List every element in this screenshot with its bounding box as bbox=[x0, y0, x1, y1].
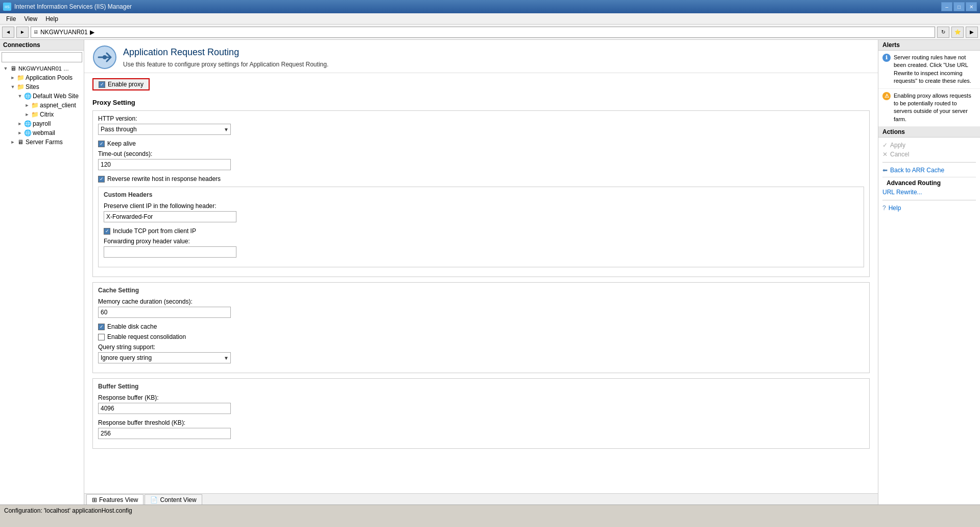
maximize-button[interactable]: □ bbox=[953, 2, 965, 11]
tree-item-payroll[interactable]: ► 🌐 payroll bbox=[0, 119, 84, 128]
content-header: Application Request Routing Use this fea… bbox=[84, 40, 878, 73]
tree-toggle-server[interactable]: ▼ bbox=[2, 65, 9, 72]
tree-label-sites: Sites bbox=[26, 83, 39, 90]
preserve-ip-input[interactable] bbox=[104, 211, 236, 222]
features-view-label: Features View bbox=[99, 496, 138, 503]
url-rewrite-action[interactable]: URL Rewrite... bbox=[882, 188, 976, 197]
timeout-input[interactable] bbox=[98, 159, 231, 170]
tree-toggle-citrix[interactable]: ► bbox=[23, 111, 31, 118]
feature-title: Application Request Routing bbox=[123, 47, 328, 58]
citrix-icon: 📁 bbox=[31, 110, 39, 119]
alert-info-text: Server routing rules have not been creat… bbox=[894, 54, 976, 85]
help-action[interactable]: ? Help bbox=[882, 203, 976, 213]
tree-toggle-aspnet[interactable]: ► bbox=[23, 102, 31, 109]
tree-toggle-apppools[interactable]: ► bbox=[9, 74, 16, 81]
enable-proxy-checkbox[interactable]: ✓ bbox=[99, 81, 105, 88]
tree-item-aspnet[interactable]: ► 📁 aspnet_client bbox=[0, 101, 84, 110]
apply-action[interactable]: ✓ Apply bbox=[882, 141, 976, 150]
memory-duration-input[interactable] bbox=[98, 307, 231, 318]
custom-headers-section: Custom Headers Preserve client IP in the… bbox=[98, 187, 864, 267]
enable-request-consolidation-checkbox[interactable] bbox=[98, 334, 105, 340]
cancel-action[interactable]: ✕ Cancel bbox=[882, 150, 976, 159]
tree-item-citrix[interactable]: ► 📁 Citrix bbox=[0, 110, 84, 119]
address-field: 🖥 NKGWYUANR01 ▶ bbox=[31, 27, 935, 38]
address-bar: ◄ ► 🖥 NKGWYUANR01 ▶ ↻ ⭐ ▶ bbox=[0, 25, 980, 40]
feature-desc: Use this feature to configure proxy sett… bbox=[123, 61, 328, 68]
connections-search[interactable] bbox=[2, 52, 82, 62]
advanced-routing-header: Advanced Routing bbox=[882, 177, 976, 188]
tree-label-aspnet: aspnet_client bbox=[40, 102, 76, 109]
reverse-rewrite-checkbox[interactable]: ✓ bbox=[98, 176, 105, 182]
tree-item-apppools[interactable]: ► 📁 Application Pools bbox=[0, 73, 84, 82]
connections-panel: Connections ▼ 🖥 NKGWYUANR01 (CITRITE\yu … bbox=[0, 40, 84, 505]
apply-icon: ✓ bbox=[882, 142, 888, 149]
features-view-icon: ⊞ bbox=[92, 496, 97, 503]
tree-item-sites[interactable]: ▼ 📁 Sites bbox=[0, 82, 84, 91]
refresh-button[interactable]: ↻ bbox=[937, 27, 949, 38]
tree-label-server: NKGWYUANR01 (CITRITE\yu bbox=[18, 65, 69, 72]
forward-button[interactable]: ► bbox=[16, 27, 29, 38]
buffer-setting-title: Buffer Setting bbox=[98, 383, 864, 390]
menu-view[interactable]: View bbox=[20, 14, 41, 24]
content-view-icon: 📄 bbox=[150, 496, 158, 503]
enable-proxy-button[interactable]: ✓ Enable proxy bbox=[92, 78, 150, 90]
tree-item-defaultweb[interactable]: ▼ 🌐 Default Web Site bbox=[0, 91, 84, 101]
menu-bar: File View Help bbox=[0, 13, 980, 25]
keep-alive-checkbox[interactable]: ✓ bbox=[98, 141, 105, 147]
apppools-icon: 📁 bbox=[16, 74, 25, 82]
content-body: ✓ Enable proxy Proxy Setting HTTP versio… bbox=[84, 73, 878, 493]
tree-toggle-webmail[interactable]: ► bbox=[16, 129, 23, 136]
buffer-setting-section: Buffer Setting Response buffer (KB): Res… bbox=[92, 378, 870, 449]
menu-help[interactable]: Help bbox=[41, 14, 62, 24]
nav-icon-2[interactable]: ▶ bbox=[966, 27, 978, 38]
forwarding-proxy-input[interactable] bbox=[104, 246, 236, 258]
timeout-label: Time-out (seconds): bbox=[98, 150, 864, 157]
cancel-icon: ✕ bbox=[882, 151, 888, 158]
http-version-select[interactable]: Pass through HTTP/1.0 HTTP/1.1 bbox=[98, 124, 231, 135]
menu-file[interactable]: File bbox=[2, 14, 20, 24]
tree-item-server[interactable]: ▼ 🖥 NKGWYUANR01 (CITRITE\yu bbox=[0, 64, 84, 73]
tab-features-view[interactable]: ⊞ Features View bbox=[86, 494, 144, 505]
server-icon: 🖥 bbox=[9, 64, 17, 73]
response-buffer-threshold-input[interactable] bbox=[98, 428, 231, 439]
title-bar: IIS Internet Information Services (IIS) … bbox=[0, 0, 980, 13]
include-tcp-checkbox[interactable]: ✓ bbox=[104, 228, 110, 235]
back-to-arr-link[interactable]: Back to ARR Cache bbox=[890, 167, 944, 174]
http-version-label: HTTP version: bbox=[98, 115, 864, 122]
tree-label-apppools: Application Pools bbox=[26, 74, 73, 81]
back-button[interactable]: ◄ bbox=[2, 27, 14, 38]
tree-label-webmail: webmail bbox=[33, 129, 55, 136]
url-rewrite-link[interactable]: URL Rewrite... bbox=[882, 189, 922, 196]
reverse-rewrite-row[interactable]: ✓ Reverse rewrite host in response heade… bbox=[98, 175, 864, 182]
tree-toggle-serverfarms[interactable]: ► bbox=[9, 139, 16, 146]
content-view-label: Content View bbox=[160, 496, 196, 503]
svg-point-1 bbox=[103, 55, 107, 59]
bottom-tabs: ⊞ Features View 📄 Content View bbox=[84, 493, 878, 505]
include-tcp-row[interactable]: ✓ Include TCP port from client IP bbox=[104, 227, 858, 235]
enable-proxy-label: Enable proxy bbox=[108, 81, 144, 88]
tree-toggle-defaultweb[interactable]: ▼ bbox=[16, 93, 23, 100]
tree-item-serverfarms[interactable]: ► 🖥 Server Farms bbox=[0, 138, 84, 147]
nav-icon-1[interactable]: ⭐ bbox=[951, 27, 964, 38]
response-buffer-input[interactable] bbox=[98, 403, 231, 414]
tree-label-citrix: Citrix bbox=[40, 111, 54, 118]
back-to-arr-action[interactable]: ⬅ Back to ARR Cache bbox=[882, 166, 976, 175]
title-controls: – □ ✕ bbox=[941, 2, 977, 11]
tree-item-webmail[interactable]: ► 🌐 webmail bbox=[0, 128, 84, 138]
enable-request-consolidation-row[interactable]: Enable request consolidation bbox=[98, 333, 864, 340]
enable-disk-cache-checkbox[interactable]: ✓ bbox=[98, 324, 105, 330]
help-link[interactable]: Help bbox=[889, 204, 901, 212]
tree-toggle-payroll[interactable]: ► bbox=[16, 120, 23, 127]
response-buffer-threshold-label: Response buffer threshold (KB): bbox=[98, 419, 864, 426]
minimize-button[interactable]: – bbox=[941, 2, 952, 11]
query-string-select[interactable]: Ignore query string Include query string… bbox=[98, 352, 231, 363]
proxy-setting-section: HTTP version: Pass through HTTP/1.0 HTTP… bbox=[92, 110, 870, 277]
warn-icon: ⚠ bbox=[882, 92, 891, 100]
keep-alive-row[interactable]: ✓ Keep alive bbox=[98, 140, 864, 147]
tab-content-view[interactable]: 📄 Content View bbox=[145, 494, 202, 505]
tree-toggle-sites[interactable]: ▼ bbox=[9, 83, 16, 90]
content-area: Application Request Routing Use this fea… bbox=[84, 40, 878, 505]
apply-label: Apply bbox=[890, 142, 905, 149]
enable-disk-cache-row[interactable]: ✓ Enable disk cache bbox=[98, 323, 864, 330]
close-button[interactable]: ✕ bbox=[966, 2, 977, 11]
